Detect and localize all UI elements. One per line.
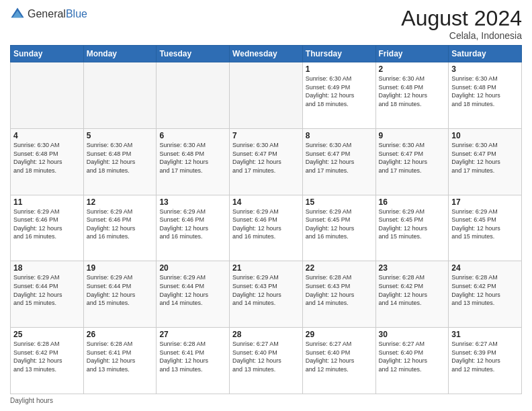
day-info: Sunrise: 6:30 AM Sunset: 6:48 PM Dayligh…	[451, 75, 519, 108]
table-row	[11, 62, 84, 129]
header-day-thursday: Thursday	[302, 46, 375, 62]
day-info: Sunrise: 6:29 AM Sunset: 6:46 PM Dayligh…	[232, 208, 300, 241]
table-row: 18Sunrise: 6:29 AM Sunset: 6:44 PM Dayli…	[11, 261, 84, 328]
day-info: Sunrise: 6:30 AM Sunset: 6:48 PM Dayligh…	[13, 141, 81, 175]
table-row: 25Sunrise: 6:28 AM Sunset: 6:42 PM Dayli…	[11, 328, 84, 394]
day-number: 10	[451, 131, 519, 140]
table-row: 19Sunrise: 6:29 AM Sunset: 6:44 PM Dayli…	[83, 261, 157, 328]
day-info: Sunrise: 6:28 AM Sunset: 6:41 PM Dayligh…	[159, 340, 226, 373]
day-info: Sunrise: 6:30 AM Sunset: 6:47 PM Dayligh…	[306, 141, 373, 175]
calendar-header-row: SundayMondayTuesdayWednesdayThursdayFrid…	[11, 46, 522, 62]
day-number: 25	[13, 330, 81, 339]
table-row: 14Sunrise: 6:29 AM Sunset: 6:46 PM Dayli…	[230, 195, 303, 261]
table-row: 3Sunrise: 6:30 AM Sunset: 6:48 PM Daylig…	[449, 62, 522, 129]
table-row: 23Sunrise: 6:28 AM Sunset: 6:42 PM Dayli…	[375, 261, 449, 328]
day-number: 16	[379, 197, 446, 207]
day-info: Sunrise: 6:30 AM Sunset: 6:48 PM Dayligh…	[87, 141, 154, 175]
table-row: 28Sunrise: 6:27 AM Sunset: 6:40 PM Dayli…	[230, 328, 303, 394]
day-number: 4	[13, 131, 81, 140]
table-row: 8Sunrise: 6:30 AM Sunset: 6:47 PM Daylig…	[302, 128, 375, 195]
header-day-friday: Friday	[375, 46, 449, 62]
day-info: Sunrise: 6:29 AM Sunset: 6:46 PM Dayligh…	[159, 208, 226, 241]
day-number: 13	[159, 197, 226, 207]
day-number: 31	[451, 330, 519, 339]
month-year: August 2024	[401, 7, 522, 30]
header-day-wednesday: Wednesday	[230, 46, 303, 62]
day-number: 18	[13, 263, 81, 273]
table-row: 6Sunrise: 6:30 AM Sunset: 6:48 PM Daylig…	[157, 128, 230, 195]
title-block: August 2024 Celala, Indonesia	[401, 7, 522, 41]
table-row: 26Sunrise: 6:28 AM Sunset: 6:41 PM Dayli…	[83, 328, 157, 394]
day-number: 19	[87, 263, 154, 273]
table-row: 16Sunrise: 6:29 AM Sunset: 6:45 PM Dayli…	[375, 195, 449, 261]
day-number: 3	[451, 64, 519, 74]
table-row: 4Sunrise: 6:30 AM Sunset: 6:48 PM Daylig…	[11, 128, 84, 195]
day-number: 24	[451, 263, 519, 273]
day-number: 8	[306, 131, 373, 140]
day-info: Sunrise: 6:27 AM Sunset: 6:40 PM Dayligh…	[232, 340, 300, 373]
day-info: Sunrise: 6:30 AM Sunset: 6:47 PM Dayligh…	[379, 141, 446, 175]
day-number: 14	[232, 197, 300, 207]
day-info: Sunrise: 6:27 AM Sunset: 6:40 PM Dayligh…	[306, 340, 373, 373]
day-number: 11	[13, 197, 81, 207]
day-number: 2	[379, 64, 446, 74]
calendar: SundayMondayTuesdayWednesdayThursdayFrid…	[10, 45, 522, 394]
footer: Daylight hours	[10, 397, 522, 404]
day-number: 30	[379, 330, 446, 339]
table-row: 17Sunrise: 6:29 AM Sunset: 6:45 PM Dayli…	[449, 195, 522, 261]
table-row	[230, 62, 303, 129]
logo-general: General	[28, 8, 66, 19]
table-row: 12Sunrise: 6:29 AM Sunset: 6:46 PM Dayli…	[83, 195, 157, 261]
day-info: Sunrise: 6:28 AM Sunset: 6:42 PM Dayligh…	[13, 340, 81, 373]
day-number: 12	[87, 197, 154, 207]
logo-icon	[10, 7, 25, 21]
day-info: Sunrise: 6:29 AM Sunset: 6:45 PM Dayligh…	[451, 208, 519, 241]
logo-text: GeneralBlue	[28, 8, 87, 20]
table-row: 24Sunrise: 6:28 AM Sunset: 6:42 PM Dayli…	[449, 261, 522, 328]
day-info: Sunrise: 6:29 AM Sunset: 6:45 PM Dayligh…	[306, 208, 373, 241]
day-info: Sunrise: 6:30 AM Sunset: 6:47 PM Dayligh…	[451, 141, 519, 175]
logo-blue-text: Blue	[66, 8, 87, 19]
day-info: Sunrise: 6:28 AM Sunset: 6:42 PM Dayligh…	[379, 273, 446, 307]
day-info: Sunrise: 6:30 AM Sunset: 6:48 PM Dayligh…	[379, 75, 446, 108]
table-row: 20Sunrise: 6:29 AM Sunset: 6:44 PM Dayli…	[157, 261, 230, 328]
header-day-sunday: Sunday	[11, 46, 84, 62]
day-number: 21	[232, 263, 300, 273]
header-day-tuesday: Tuesday	[157, 46, 230, 62]
day-number: 6	[159, 131, 226, 140]
day-info: Sunrise: 6:30 AM Sunset: 6:49 PM Dayligh…	[306, 75, 373, 108]
day-number: 28	[232, 330, 300, 339]
table-row: 21Sunrise: 6:29 AM Sunset: 6:43 PM Dayli…	[230, 261, 303, 328]
table-row	[157, 62, 230, 129]
table-row: 5Sunrise: 6:30 AM Sunset: 6:48 PM Daylig…	[83, 128, 157, 195]
daylight-label: Daylight hours	[10, 397, 53, 404]
header-day-saturday: Saturday	[449, 46, 522, 62]
day-info: Sunrise: 6:28 AM Sunset: 6:42 PM Dayligh…	[451, 273, 519, 307]
day-number: 1	[306, 64, 373, 74]
table-row: 27Sunrise: 6:28 AM Sunset: 6:41 PM Dayli…	[157, 328, 230, 394]
location: Celala, Indonesia	[401, 30, 522, 41]
table-row: 10Sunrise: 6:30 AM Sunset: 6:47 PM Dayli…	[449, 128, 522, 195]
day-info: Sunrise: 6:28 AM Sunset: 6:41 PM Dayligh…	[87, 340, 154, 373]
day-info: Sunrise: 6:29 AM Sunset: 6:45 PM Dayligh…	[379, 208, 446, 241]
header-day-monday: Monday	[83, 46, 157, 62]
day-info: Sunrise: 6:28 AM Sunset: 6:43 PM Dayligh…	[306, 273, 373, 307]
header: GeneralBlue August 2024 Celala, Indonesi…	[10, 7, 522, 41]
calendar-week-4: 18Sunrise: 6:29 AM Sunset: 6:44 PM Dayli…	[11, 261, 522, 328]
table-row: 15Sunrise: 6:29 AM Sunset: 6:45 PM Dayli…	[302, 195, 375, 261]
day-number: 9	[379, 131, 446, 140]
day-info: Sunrise: 6:30 AM Sunset: 6:47 PM Dayligh…	[232, 141, 300, 175]
day-number: 15	[306, 197, 373, 207]
table-row: 11Sunrise: 6:29 AM Sunset: 6:46 PM Dayli…	[11, 195, 84, 261]
day-info: Sunrise: 6:30 AM Sunset: 6:48 PM Dayligh…	[159, 141, 226, 175]
day-number: 17	[451, 197, 519, 207]
day-info: Sunrise: 6:29 AM Sunset: 6:44 PM Dayligh…	[87, 273, 154, 307]
day-number: 23	[379, 263, 446, 273]
calendar-week-1: 1Sunrise: 6:30 AM Sunset: 6:49 PM Daylig…	[11, 62, 522, 129]
day-info: Sunrise: 6:27 AM Sunset: 6:39 PM Dayligh…	[451, 340, 519, 373]
day-info: Sunrise: 6:29 AM Sunset: 6:44 PM Dayligh…	[159, 273, 226, 307]
day-number: 5	[87, 131, 154, 140]
table-row: 22Sunrise: 6:28 AM Sunset: 6:43 PM Dayli…	[302, 261, 375, 328]
page: GeneralBlue August 2024 Celala, Indonesi…	[0, 0, 532, 411]
day-number: 27	[159, 330, 226, 339]
